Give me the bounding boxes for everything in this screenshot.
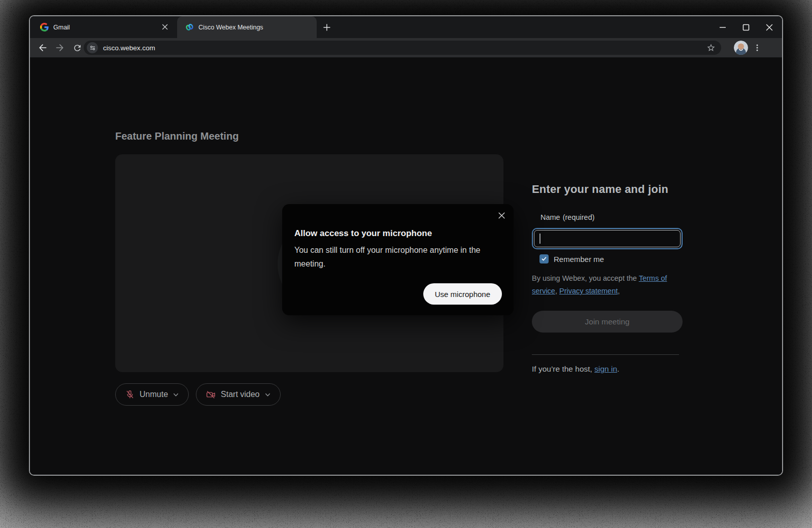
remember-me-label: Remember me — [554, 255, 604, 263]
tab-close-icon[interactable] — [160, 22, 170, 32]
start-video-label: Start video — [221, 390, 259, 399]
unmute-button[interactable]: Unmute — [115, 383, 189, 406]
video-off-icon — [206, 389, 216, 400]
bookmark-star-icon[interactable] — [705, 42, 717, 54]
page-title: Feature Planning Meeting — [115, 130, 239, 142]
remember-me-row[interactable]: Remember me — [539, 254, 604, 263]
browser-window: Gmail Cisco Webex Meetings — [29, 15, 783, 476]
divider — [532, 354, 679, 355]
sign-in-link[interactable]: sign in — [594, 365, 617, 373]
reload-icon[interactable] — [71, 41, 84, 54]
use-microphone-button[interactable]: Use microphone — [423, 283, 502, 305]
tab-gmail-label: Gmail — [53, 24, 70, 31]
google-g-icon — [40, 23, 49, 31]
forward-icon[interactable] — [53, 41, 66, 54]
tab-webex-label: Cisco Webex Meetings — [198, 24, 263, 31]
chevron-down-icon — [173, 391, 179, 398]
name-field-label: Name(required) — [540, 213, 595, 221]
modal-body: You can still turn off your microphone a… — [294, 243, 502, 271]
address-bar[interactable]: cisco.webex.com — [84, 41, 721, 55]
name-input-focus-ring — [532, 228, 683, 249]
back-icon[interactable] — [36, 41, 49, 54]
tab-strip: Gmail Cisco Webex Meetings — [30, 16, 782, 38]
new-tab-icon[interactable] — [321, 21, 333, 34]
text-caret — [539, 234, 540, 244]
name-input[interactable] — [534, 230, 680, 247]
av-controls: Unmute Start video — [115, 383, 281, 406]
microphone-permission-modal: Allow access to your microphone You can … — [282, 204, 514, 315]
tab-webex[interactable]: Cisco Webex Meetings — [177, 16, 317, 38]
join-panel: Enter your name and join Name(required) … — [532, 183, 683, 196]
chevron-down-icon — [264, 391, 271, 398]
webex-logo-icon — [185, 23, 194, 31]
name-input-border — [534, 230, 681, 247]
host-sign-in-line: If you’re the host, sign in. — [532, 365, 619, 374]
modal-title: Allow access to your microphone — [294, 228, 432, 239]
close-window-icon[interactable] — [764, 22, 775, 33]
webex-page: Feature Planning Meeting Unmute — [30, 57, 782, 475]
terms-text: By using Webex, you accept the Terms of … — [532, 272, 681, 298]
unmute-label: Unmute — [140, 390, 168, 399]
start-video-button[interactable]: Start video — [196, 383, 280, 406]
window-controls — [717, 16, 775, 38]
join-meeting-button[interactable]: Join meeting — [532, 311, 683, 333]
modal-close-icon[interactable] — [495, 209, 507, 221]
mic-off-icon — [125, 389, 135, 400]
remember-me-checkbox[interactable] — [539, 254, 549, 263]
url-text[interactable]: cisco.webex.com — [103, 44, 705, 52]
browser-menu-icon[interactable] — [751, 42, 763, 54]
profile-avatar[interactable] — [734, 41, 748, 55]
minimize-icon[interactable] — [717, 22, 728, 33]
tab-gmail[interactable]: Gmail — [30, 16, 177, 38]
privacy-statement-link[interactable]: Privacy statement — [559, 287, 618, 295]
site-settings-icon[interactable] — [87, 42, 98, 53]
maximize-icon[interactable] — [740, 22, 752, 33]
browser-toolbar: cisco.webex.com — [30, 38, 782, 57]
required-hint: (required) — [563, 213, 595, 221]
join-heading: Enter your name and join — [532, 183, 683, 196]
